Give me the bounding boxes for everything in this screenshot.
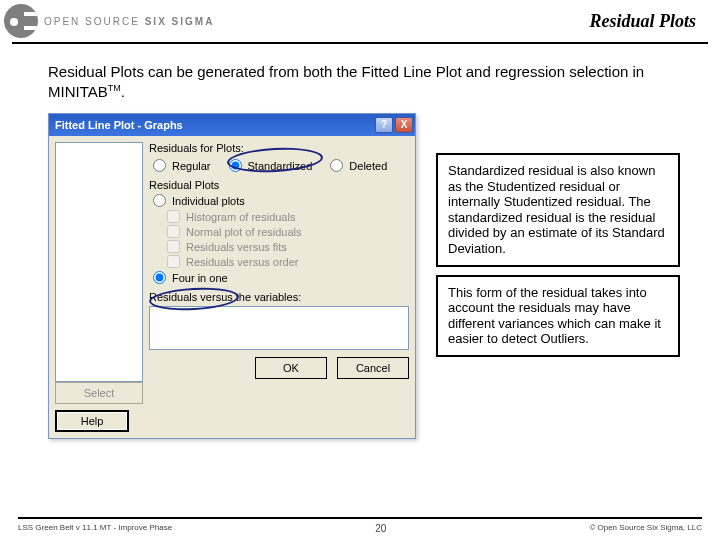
side-boxes: Standardized residual is also known as t…	[436, 153, 680, 357]
page-footer: LSS Green Belt v 11.1 MT - Improve Phase…	[0, 517, 720, 534]
variable-listbox[interactable]	[55, 142, 143, 382]
radio-individual[interactable]: Individual plots	[149, 194, 409, 207]
footer-left: LSS Green Belt v 11.1 MT - Improve Phase	[18, 523, 172, 534]
intro-period: .	[121, 83, 125, 100]
page-number: 20	[375, 523, 386, 534]
radio-four-label: Four in one	[172, 272, 228, 284]
info-box-1: Standardized residual is also known as t…	[436, 153, 680, 267]
content-row: Fitted Line Plot - Graphs ? X Select Res…	[0, 113, 720, 439]
help-button[interactable]: Help	[55, 410, 129, 432]
brand-text: OPEN SOURCE SIX SIGMA	[44, 16, 214, 27]
ok-button[interactable]: OK	[255, 357, 327, 379]
intro-text: Residual Plots can be generated from bot…	[0, 54, 720, 113]
header-rule	[12, 42, 708, 44]
dialog-title: Fitted Line Plot - Graphs	[55, 119, 183, 131]
radio-deleted-label: Deleted	[349, 160, 387, 172]
intro-a: Residual Plots can be generated from bot…	[48, 63, 644, 100]
brand-block: OPEN SOURCE SIX SIGMA	[4, 4, 214, 38]
check-normal-label: Normal plot of residuals	[186, 226, 302, 238]
group-residual-plots: Residual Plots	[149, 179, 409, 191]
check-vs-order: Residuals versus order	[167, 255, 409, 268]
radio-four-in-one[interactable]: Four in one	[149, 271, 409, 284]
vars-textbox[interactable]	[149, 306, 409, 350]
logo-icon	[4, 4, 38, 38]
dialog-window: Fitted Line Plot - Graphs ? X Select Res…	[48, 113, 416, 439]
close-icon[interactable]: X	[395, 117, 413, 133]
select-button: Select	[55, 382, 143, 404]
brand-right: SIX SIGMA	[145, 16, 215, 27]
radio-deleted[interactable]: Deleted	[330, 159, 387, 172]
info-box-2: This form of the residual takes into acc…	[436, 275, 680, 357]
footer-rule	[18, 517, 702, 519]
check-normal: Normal plot of residuals	[167, 225, 409, 238]
radio-regular-label: Regular	[172, 160, 211, 172]
help-icon[interactable]: ?	[375, 117, 393, 133]
cancel-button[interactable]: Cancel	[337, 357, 409, 379]
slide-title: Residual Plots	[589, 11, 696, 32]
intro-tm: TM	[108, 83, 121, 93]
titlebar[interactable]: Fitted Line Plot - Graphs ? X	[49, 114, 415, 136]
check-vs-fits-label: Residuals versus fits	[186, 241, 287, 253]
brand-left: OPEN SOURCE	[44, 16, 140, 27]
check-vs-order-label: Residuals versus order	[186, 256, 299, 268]
radio-regular[interactable]: Regular	[153, 159, 211, 172]
footer-right: © Open Source Six Sigma, LLC	[589, 523, 702, 534]
page-header: OPEN SOURCE SIX SIGMA Residual Plots	[0, 0, 720, 42]
check-histogram: Histogram of residuals	[167, 210, 409, 223]
radio-individual-label: Individual plots	[172, 195, 245, 207]
check-vs-fits: Residuals versus fits	[167, 240, 409, 253]
check-histogram-label: Histogram of residuals	[186, 211, 295, 223]
